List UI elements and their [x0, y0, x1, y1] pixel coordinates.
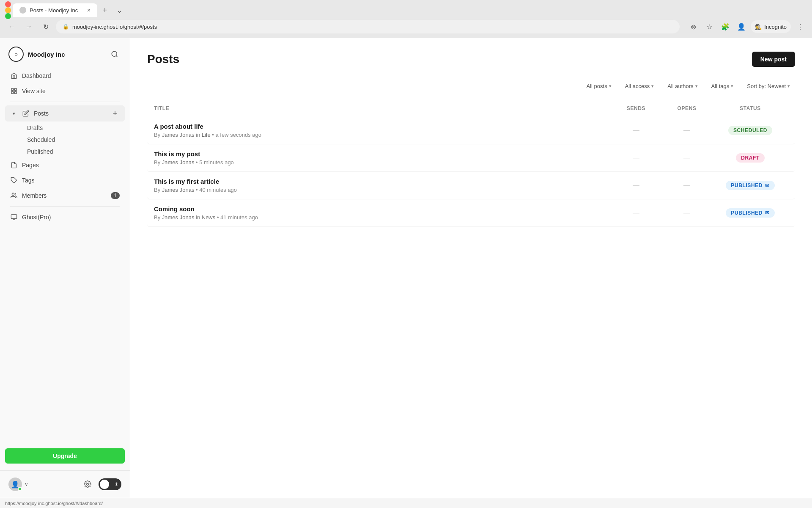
- svg-rect-4: [14, 91, 16, 94]
- gear-icon: [84, 480, 91, 488]
- status-badge: DRAFT: [736, 153, 765, 163]
- reload-button[interactable]: ↻: [39, 20, 52, 33]
- search-icon: [111, 50, 118, 58]
- sidebar-footer: 👤 ∨ ☀: [0, 470, 130, 498]
- close-window-button[interactable]: [5, 1, 11, 7]
- status-badge: PUBLISHED ✉: [726, 208, 774, 218]
- post-meta: By James Jonas in News • 41 minutes ago: [154, 214, 611, 221]
- new-post-button[interactable]: New post: [752, 52, 795, 67]
- email-icon: ✉: [765, 182, 770, 188]
- page-header: Posts New post: [147, 52, 795, 67]
- edit-icon: [22, 110, 30, 117]
- members-badge: 1: [111, 192, 120, 199]
- post-author: James Jonas: [162, 187, 195, 193]
- post-tag: Life: [202, 132, 211, 138]
- forward-button[interactable]: →: [22, 20, 36, 33]
- sidebar-item-dashboard[interactable]: Dashboard: [5, 69, 125, 83]
- all-access-label: All access: [625, 83, 650, 89]
- main-content: Posts New post All posts ▾ All access ▾ …: [130, 38, 812, 498]
- all-tags-filter[interactable]: All tags ▾: [706, 80, 739, 92]
- sidebar: ○ Moodjoy Inc Dashboard: [0, 38, 130, 498]
- table-row[interactable]: A post about life By James Jonas in Life…: [147, 117, 795, 144]
- sidebar-item-members[interactable]: Members 1: [5, 188, 125, 203]
- posts-subnav: Drafts Scheduled Published: [5, 122, 125, 157]
- post-time: 40 minutes ago: [199, 187, 237, 193]
- sidebar-item-pages-label: Pages: [22, 162, 39, 168]
- svg-rect-2: [11, 88, 14, 91]
- post-title: This is my first article: [154, 178, 611, 185]
- sidebar-item-ghost-pro-label: Ghost(Pro): [22, 214, 51, 221]
- minimize-window-button[interactable]: [5, 7, 11, 13]
- ghost-icon: [10, 213, 18, 221]
- table-header: TITLE SENDS OPENS STATUS: [147, 102, 795, 115]
- user-profile[interactable]: 👤 ∨: [8, 478, 28, 491]
- sidebar-item-published[interactable]: Published: [22, 146, 125, 157]
- table-row[interactable]: Coming soon By James Jonas in News • 41 …: [147, 199, 795, 227]
- chevron-down-icon: ▾: [10, 110, 18, 117]
- extensions-button[interactable]: 🧩: [719, 20, 732, 33]
- post-time: 41 minutes ago: [220, 214, 258, 221]
- post-opens: —: [661, 154, 712, 162]
- post-info: This is my post By James Jonas • 5 minut…: [154, 150, 611, 166]
- post-status-cell: PUBLISHED ✉: [712, 208, 788, 218]
- all-authors-filter[interactable]: All authors ▾: [662, 80, 702, 92]
- incognito-label: Incognito: [764, 24, 787, 30]
- filters-row: All posts ▾ All access ▾ All authors ▾ A…: [147, 80, 795, 92]
- divider2: [10, 206, 120, 207]
- sidebar-item-scheduled[interactable]: Scheduled: [22, 134, 125, 145]
- sort-by-filter[interactable]: Sort by: Newest ▾: [742, 80, 795, 92]
- tab-close-button[interactable]: ×: [87, 7, 91, 14]
- bookmark-button[interactable]: ☆: [702, 20, 716, 33]
- post-info: Coming soon By James Jonas in News • 41 …: [154, 205, 611, 221]
- site-name: Moodjoy Inc: [28, 51, 65, 58]
- page-title: Posts: [147, 52, 179, 66]
- more-options-button[interactable]: ⋮: [793, 20, 807, 33]
- footer-actions: ☀: [81, 478, 121, 491]
- incognito-button[interactable]: 🕵️ Incognito: [751, 20, 791, 33]
- post-status-cell: SCHEDULED: [712, 126, 788, 135]
- all-posts-label: All posts: [587, 83, 607, 89]
- post-status-cell: PUBLISHED ✉: [712, 181, 788, 190]
- sidebar-item-view-site[interactable]: View site: [5, 84, 125, 98]
- back-button[interactable]: ←: [5, 20, 19, 33]
- theme-toggle[interactable]: ☀: [99, 478, 121, 490]
- sidebar-item-dashboard-label: Dashboard: [22, 72, 51, 79]
- status-badge: SCHEDULED: [728, 126, 772, 135]
- all-access-filter[interactable]: All access ▾: [620, 80, 659, 92]
- table-row[interactable]: This is my post By James Jonas • 5 minut…: [147, 144, 795, 172]
- svg-point-7: [12, 193, 14, 195]
- post-time: a few seconds ago: [216, 132, 261, 138]
- table-row[interactable]: This is my first article By James Jonas …: [147, 172, 795, 199]
- sidebar-item-tags[interactable]: Tags: [5, 173, 125, 188]
- sidebar-item-ghost-pro[interactable]: Ghost(Pro): [5, 210, 125, 224]
- profile-button[interactable]: 👤: [735, 20, 748, 33]
- all-tags-label: All tags: [711, 83, 730, 89]
- all-posts-chevron: ▾: [609, 83, 612, 89]
- sidebar-item-pages[interactable]: Pages: [5, 158, 125, 172]
- email-icon: ✉: [765, 210, 770, 216]
- sidebar-item-posts[interactable]: ▾ Posts +: [5, 105, 125, 121]
- all-access-chevron: ▾: [651, 83, 654, 89]
- new-tab-button[interactable]: +: [99, 4, 111, 16]
- new-post-icon-button[interactable]: +: [110, 109, 120, 118]
- sidebar-item-posts-label: Posts: [34, 110, 49, 117]
- nav-right-buttons: ⊗ ☆ 🧩 👤 🕵️ Incognito ⋮: [686, 20, 807, 33]
- url-bar[interactable]: 🔒 moodjoy-inc.ghost.io/ghost/#/posts: [56, 20, 680, 33]
- search-button[interactable]: [108, 47, 121, 61]
- tab-list-button[interactable]: ⌄: [112, 3, 126, 17]
- url-text: moodjoy-inc.ghost.io/ghost/#/posts: [72, 24, 157, 30]
- browser-tab[interactable]: Posts - Moodjoy Inc ×: [13, 3, 97, 17]
- traffic-lights: [5, 1, 11, 19]
- cast-button[interactable]: ⊗: [686, 20, 700, 33]
- upgrade-button[interactable]: Upgrade: [5, 448, 125, 464]
- external-link-icon: [10, 87, 18, 95]
- settings-button[interactable]: [81, 478, 94, 491]
- post-meta: By James Jonas • 5 minutes ago: [154, 159, 611, 166]
- sidebar-item-drafts[interactable]: Drafts: [22, 122, 125, 133]
- published-label: PUBLISHED: [731, 210, 763, 216]
- all-posts-filter[interactable]: All posts ▾: [582, 80, 617, 92]
- file-icon: [10, 161, 18, 169]
- user-menu-chevron: ∨: [25, 481, 28, 487]
- sort-by-chevron: ▾: [787, 83, 790, 89]
- all-authors-chevron: ▾: [695, 83, 698, 89]
